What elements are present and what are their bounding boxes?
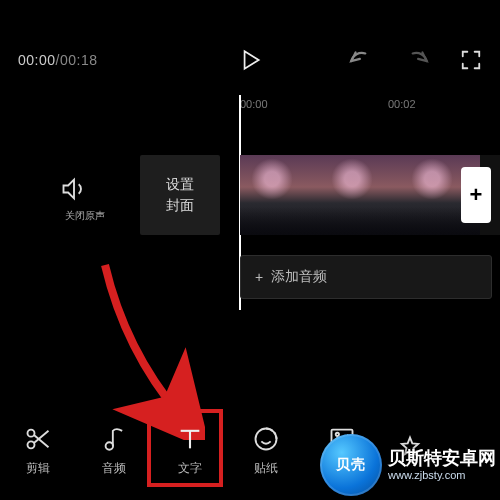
clip-thumbnail: [240, 155, 320, 235]
play-icon: [237, 47, 263, 73]
bottom-toolbar: 剪辑 音频 文字 贴纸 画中画: [0, 412, 500, 490]
redo-icon: [404, 49, 430, 71]
tool-cut[interactable]: 剪辑: [0, 412, 76, 490]
svg-point-9: [256, 429, 277, 450]
plus-symbol: +: [255, 269, 263, 285]
tool-effects[interactable]: [380, 412, 440, 490]
time-display: 00:00/00:18: [18, 52, 97, 68]
picture-in-picture-icon: [328, 425, 356, 453]
tool-sticker[interactable]: 贴纸: [228, 412, 304, 490]
speaker-icon: [60, 175, 88, 203]
text-t-icon: [176, 425, 204, 453]
tool-audio[interactable]: 音频: [76, 412, 152, 490]
fullscreen-button[interactable]: [460, 49, 482, 71]
ruler-mark: 00:00: [240, 98, 268, 110]
sticker-icon: [252, 425, 280, 453]
undo-icon: [348, 49, 374, 71]
svg-marker-0: [245, 51, 259, 68]
svg-marker-1: [64, 180, 75, 199]
set-cover-button[interactable]: 设置 封面: [140, 155, 220, 235]
svg-rect-10: [332, 430, 353, 449]
redo-button[interactable]: [404, 49, 430, 71]
add-audio-label: 添加音频: [271, 268, 327, 286]
time-current: 00:00: [18, 52, 56, 68]
editor-top-bar: 00:00/00:18: [0, 40, 500, 80]
scissors-icon: [24, 425, 52, 453]
timeline-ruler: 00:00 00:02: [240, 98, 500, 116]
music-note-icon: [100, 425, 128, 453]
svg-point-11: [336, 433, 339, 436]
tool-text[interactable]: 文字: [152, 412, 228, 490]
time-total: 00:18: [60, 52, 98, 68]
mute-label: 关闭原声: [60, 209, 110, 223]
mute-original-sound-button[interactable]: 关闭原声: [60, 175, 110, 223]
add-audio-button[interactable]: + 添加音频: [240, 255, 492, 299]
add-clip-button[interactable]: +: [461, 167, 491, 223]
fullscreen-icon: [460, 49, 482, 71]
clip-thumbnail: [320, 155, 400, 235]
play-button[interactable]: [237, 47, 263, 73]
tool-pip[interactable]: 画中画: [304, 412, 380, 490]
ruler-mark: 00:02: [388, 98, 416, 110]
undo-button[interactable]: [348, 49, 374, 71]
star-icon: [396, 434, 424, 462]
